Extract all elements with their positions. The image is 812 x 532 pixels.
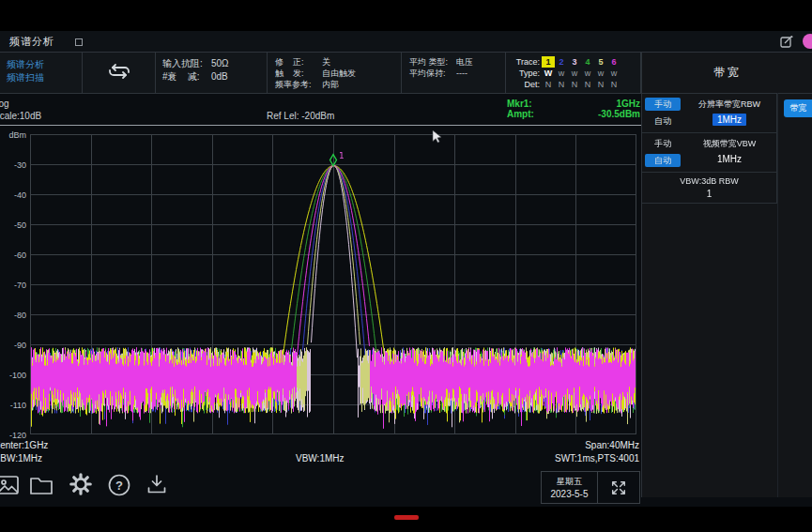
spectrum-plot[interactable] [30,134,636,434]
correction-label: 修 正: [275,56,322,68]
trace-type-1: W [542,68,555,79]
y-axis-label: -60 [0,251,26,260]
trace-5[interactable]: 5 [594,56,607,68]
y-axis-label: -30 [0,160,26,170]
header-strip: 频谱分析 频谱扫描 输入抗阻:50Ω #衰 减:0dB 修 正:关 触 发:自由… [0,52,641,94]
y-axis-label: -40 [0,190,26,200]
log-label: Log [0,99,9,109]
avgtype-label: 平均 类型: [409,56,456,68]
det-row-label: Det: [506,79,540,90]
trace-det-5: N [594,79,607,90]
marker-ampt-value: -30.5dBm [598,109,640,119]
trace-1[interactable]: 1 [542,56,555,68]
rbw-auto-button[interactable]: 自动 [645,114,681,128]
vbw-ratio-row[interactable]: VBW:3dB RBW 1 [642,173,777,204]
settings-gear-icon[interactable] [68,471,94,501]
y-axis-label: -110 [0,401,26,410]
trace-table: Trace: 1 2 3 4 5 6 Type: W w w w w w Det… [506,53,641,93]
trace-det-3: N [568,79,581,90]
vbw-menu-row: 手动 自动 视频带宽VBW 1MHz [642,133,777,173]
freqref-value: 内部 [322,80,339,89]
y-axis-label: -120 [0,431,26,440]
date-display: 星期五 2023-5-5 [541,471,598,504]
avghold-label: 平均保持: [409,68,456,79]
date-label: 2023-5-5 [542,489,597,499]
expand-arrows-icon [610,479,627,496]
rbw-menu-row: 手动 自动 分辨率带宽RBW 1MHz [642,94,777,133]
y-axis-label: -100 [0,371,26,380]
vbw-ratio-label: VBW:3dB RBW [642,176,776,186]
trace-type-5: w [594,68,607,79]
trigger-label: 触 发: [275,68,322,79]
trace-type-3: w [568,68,581,79]
folder-icon[interactable] [28,474,54,500]
avgtype-value: 电压 [456,57,473,67]
impedance-cell: 输入抗阻:50Ω #衰 减:0dB [156,53,268,93]
panel-title: 带宽 [642,53,812,94]
y-axis-label: dBm [0,130,26,140]
trace-6[interactable]: 6 [607,56,620,68]
trigger-value: 自由触发 [322,68,356,78]
impedance-label: 输入抗阻: [162,57,211,70]
avghold-value: ---- [456,68,467,78]
app-tab[interactable]: 频谱分析 [9,35,54,49]
bandwidth-menu-panel: 带宽 手动 自动 分辨率带宽RBW 1MHz 手动 自动 视频带宽VBW 1MH… [641,52,812,497]
trigger-cell: 修 正:关 触 发:自由触发 频率参考:内部 [268,53,402,93]
app-screen: 频谱分析 频谱分析 频谱扫描 输入抗阻:50Ω #衰 减:0dB [0,31,812,507]
bandwidth-side-tab[interactable]: 带宽 [784,99,812,117]
atten-label: #衰 减: [162,70,211,84]
trace-4[interactable]: 4 [581,56,594,68]
impedance-value: 50Ω [211,58,229,68]
rbw-value[interactable]: 1MHz [712,114,746,126]
trace-row-label: Trace: [506,56,540,68]
trace-det-4: N [581,79,594,90]
fullscreen-button[interactable] [597,471,640,504]
trace-type-2: w [555,68,568,79]
trace-det-1: N [542,79,555,90]
trace-3[interactable]: 3 [568,56,581,68]
panel-divider [777,93,778,497]
correction-value: 关 [322,57,330,67]
vbw-label: 视频带宽VBW [683,138,775,150]
tab-bar: 频谱分析 [0,31,812,53]
trace-det-6: N [607,79,620,90]
svg-text:?: ? [115,479,123,493]
scale-label: Scale:10dB [0,111,41,121]
marker-freq: 1GHz [616,99,640,109]
save-download-icon[interactable] [145,473,169,501]
vbw-auto-button[interactable]: 自动 [645,154,681,167]
vbw-manual-button[interactable]: 手动 [645,137,681,150]
center-freq-note: Center:1GHz [0,440,48,450]
screenshot-icon[interactable] [0,473,21,501]
atten-value: 0dB [211,71,228,82]
user-badge[interactable] [803,34,812,49]
marker-readout: Mkr1:1GHz Ampt:-30.5dBm [507,99,640,119]
y-axis-label: -90 [0,341,26,350]
y-axis-label: -50 [0,220,26,230]
rbw-label: 分辨率带宽RBW [683,99,775,111]
span-note: Span:40MHz [585,440,639,450]
tab-window-icon[interactable] [75,38,83,46]
swt-note: SWT:1ms,PTS:4001 [555,453,639,464]
vbw-ratio-value: 1 [642,189,776,199]
marker-name: Mkr1: [507,99,532,109]
home-indicator-bar[interactable] [394,515,419,520]
mode-spectrum-sweep[interactable]: 频谱扫描 [0,71,82,84]
mode-spectrum-analysis[interactable]: 频谱分析 [0,58,82,71]
vbw-note: VBW:1MHz [296,453,345,464]
freqref-label: 频率参考: [275,79,322,90]
rbw-manual-button[interactable]: 手动 [645,98,681,111]
trace-type-4: w [581,68,594,79]
continuous-sweep-cell [83,53,156,93]
mouse-cursor [432,129,442,147]
help-icon[interactable]: ? [107,473,131,501]
vbw-value[interactable]: 1MHz [712,153,746,165]
edit-icon[interactable] [780,35,793,52]
mode-list: 频谱分析 频谱扫描 [0,53,83,93]
repeat-icon[interactable] [105,62,133,84]
y-axis-label: -70 [0,281,26,290]
marker-ampt-label: Ampt: [507,109,534,119]
trace-2[interactable]: 2 [555,56,568,68]
trace-type-6: w [607,68,620,79]
trace-det-2: N [555,79,568,90]
